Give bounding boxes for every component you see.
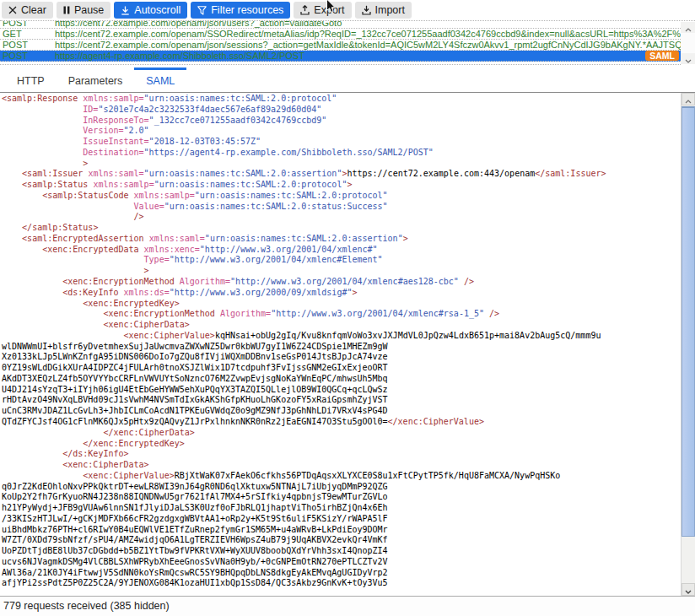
saml-badge: SAML <box>645 51 679 61</box>
xml-line: rHDtAvzO49NvXqLBVHd09cJ1sVwhM4NVSmTdIxGk… <box>2 395 681 406</box>
request-list: POST https://cent72.example.com/openam/j… <box>0 20 695 68</box>
request-rows: POST https://cent72.example.com/openam/j… <box>0 20 681 65</box>
tab-saml[interactable]: SAML <box>134 68 186 92</box>
xml-line: <saml:Issuer xmlns:saml="urn:oasis:names… <box>2 169 681 180</box>
xml-line: <samlp:StatusCode xmlns:samlp="urn:oasis… <box>2 191 681 202</box>
chevron-up-icon <box>685 93 692 107</box>
xml-line: </ds:KeyInfo> <box>2 449 681 460</box>
row-separator <box>0 62 681 65</box>
xml-line: <xenc:CipherData> <box>2 320 681 331</box>
xml-scroll-up-button[interactable] <box>682 93 695 105</box>
import-button-label: Import <box>375 5 405 16</box>
xml-line: Type="http://www.w3.org/2001/04/xmlenc#E… <box>2 255 681 266</box>
xml-line: KoUp2Y2fh7GrKyuoRN4J238n88IQNDNwU5gr7621… <box>2 492 681 503</box>
filter-icon <box>197 6 207 15</box>
pause-icon <box>63 6 70 14</box>
chevron-down-icon <box>685 582 692 597</box>
request-url: https://cent72.example.com/openam/json/u… <box>55 20 681 28</box>
xml-line: /> <box>2 212 681 223</box>
export-icon <box>300 5 310 15</box>
xml-line: IssueInstant="2018-12-03T03:45:57Z" <box>2 137 681 148</box>
xml-line: <xenc:CipherValue>RBjXtWaK07xFAekO6cfkhs… <box>2 471 681 482</box>
xml-line: /33KISzHTJLwI/+gCKjMDFXb66cFR2gzdgxgWBVt… <box>2 514 681 525</box>
saml-response-xml: <samlp:Response xmlns:samlp="urn:oasis:n… <box>0 93 681 596</box>
xml-line: AKdDT3XEQzLZ4fb5OYVYYbcCRFLnVWVUYtSoNznc… <box>2 374 681 385</box>
request-row[interactable]: POST https://agent4-rp.example.com/Shibb… <box>0 51 681 62</box>
request-method: POST <box>0 40 55 50</box>
xml-line: > <box>2 159 681 170</box>
xml-line: Value="urn:oasis:names:tc:SAML:2.0:statu… <box>2 202 681 213</box>
tab-parameters[interactable]: Parameters <box>57 68 135 92</box>
filter-resources-button-label: Filter resources <box>211 5 283 16</box>
request-method: POST <box>0 20 55 28</box>
xml-line: AWl36a/21K0JY4iFtwwjV5SdNN0koYsRmQcswRC5… <box>2 568 681 579</box>
scroll-up-button[interactable] <box>681 22 695 33</box>
xml-line: > <box>2 266 681 277</box>
xml-line: uCnC3RMvJDAZ1LcGvLh3+JhbICLmCoAcdN1TPKEu… <box>2 406 681 417</box>
request-row[interactable]: POST https://cent72.example.com/openam/j… <box>0 20 681 29</box>
request-url: https://agent4-rp.example.com/Shibboleth… <box>55 51 681 61</box>
pause-button[interactable]: Pause <box>57 2 110 19</box>
toolbar: Clear Pause Autoscroll Filter resources … <box>0 0 695 20</box>
clear-button-label: Clear <box>21 5 46 16</box>
tab-label: Parameters <box>68 75 123 87</box>
scroll-down-button[interactable] <box>681 53 695 64</box>
tab-label: HTTP <box>17 75 45 87</box>
xml-line: <xenc:EncryptionMethod Algorithm="http:/… <box>2 277 681 288</box>
xml-line: ID="s201e7c4a2c3232533f4daec567e6af89a29… <box>2 105 681 116</box>
xml-line: <saml:EncryptedAssertion xmlns:saml="urn… <box>2 234 681 245</box>
xml-scroll-thumb[interactable] <box>682 106 695 537</box>
clear-button[interactable]: Clear <box>2 2 53 19</box>
import-button[interactable]: Import <box>355 2 412 19</box>
export-button-label: Export <box>314 5 344 16</box>
autoscroll-button[interactable]: Autoscroll <box>114 2 187 19</box>
tab-http[interactable]: HTTP <box>5 68 57 92</box>
xml-line: UoPZDtTjdBE8lUb37cDGbdd+b5BZ1YtTbw9fVPKR… <box>2 546 681 557</box>
xml-line: Destination="https://agent4-rp.example.c… <box>2 148 681 159</box>
status-bar: 779 requests received (385 hidden) <box>0 596 695 616</box>
request-row[interactable]: POST https://cent72.example.com/openam/j… <box>0 40 681 51</box>
xml-line: 0YZ19sWLdDGikXUrA4IDPZC4jFULArh0tnoXSJZl… <box>2 363 681 374</box>
request-row[interactable]: GET https://cent72.example.com/openam/SS… <box>0 29 681 40</box>
pause-button-label: Pause <box>74 5 104 16</box>
filter-resources-button[interactable]: Filter resources <box>191 2 290 19</box>
tab-bar: HTTP Parameters SAML <box>0 68 695 93</box>
xml-line: </samlp:Status> <box>2 223 681 234</box>
request-url: https://cent72.example.com/openam/SSORed… <box>55 29 681 39</box>
xml-line: uiBhdMbkz76PTH+cl6RIwY0B4uEQWlVE1ETfZuRn… <box>2 525 681 536</box>
export-button[interactable]: Export <box>294 2 351 19</box>
xml-line: wlDNWWmUI+blsfr6yDvetmhexSujJaUwcmvaZWXw… <box>2 342 681 353</box>
autoscroll-icon <box>121 6 130 15</box>
xml-line: <xenc:EncryptedKey> <box>2 299 681 310</box>
xml-line: QTdZFYCJsf4OG1cFlnMK6QJx5pHtx9zQAQvyZ1Jr… <box>2 417 681 428</box>
xml-line: ucvs6NJVagmkDSMg4VlCBBLSXhWPRybXhEeeGnos… <box>2 557 681 568</box>
xml-line: Xz0133kLJp5LWnKZnfgA95iDNS006DoIo7gZQu8f… <box>2 352 681 363</box>
xml-line: U4DJ214sYzqT3+iIYjh06igU4EtEbGeHYWW5ehXu… <box>2 385 681 396</box>
request-url: https://cent72.example.com/openam/json/s… <box>55 40 681 50</box>
tab-label: SAML <box>146 75 175 87</box>
xml-line: <xenc:CipherValue>kqHNsai+obUg2gIq/Kvu8k… <box>2 331 681 342</box>
request-method: GET <box>0 29 55 39</box>
xml-line: <xenc:CipherData> <box>2 460 681 471</box>
xml-line: </xenc:CipherData> <box>2 428 681 439</box>
xml-line: afjYPi2ssPdtZ5P0Z25C2A/9YJENOXG084K1ozaH… <box>2 578 681 589</box>
autoscroll-button-label: Autoscroll <box>134 5 180 16</box>
request-method: POST <box>0 51 55 61</box>
chevron-down-icon <box>685 51 692 67</box>
xml-line: </xenc:EncryptedKey> <box>2 439 681 450</box>
xml-line: h21YPyWydj+JFB9gVUAw6lnnSN1fJlyiDJaLS3K0… <box>2 503 681 514</box>
saml-xml-panel: <samlp:Response xmlns:samlp="urn:oasis:n… <box>0 93 695 596</box>
xml-line: Version="2.0" <box>2 126 681 137</box>
xml-line: <xenc:EncryptionMethod Algorithm="http:/… <box>2 309 681 320</box>
request-list-scrollbar[interactable] <box>681 22 695 64</box>
xml-line: <xenc:EncryptedData xmlns:xenc="http://w… <box>2 245 681 256</box>
xml-line: W7ZT/0XDd79sbNfzf/sPU4/AMZ4widjqO6A1LgTE… <box>2 535 681 546</box>
xml-line: InResponseTo="_132cc7ce071255aadf0342c47… <box>2 116 681 127</box>
xml-scroll-down-button[interactable] <box>682 583 695 596</box>
status-text: 779 requests received (385 hidden) <box>3 600 170 612</box>
xml-scrollbar[interactable] <box>681 93 695 596</box>
import-icon <box>362 5 371 15</box>
clear-icon <box>8 6 17 14</box>
chevron-up-icon <box>685 20 692 35</box>
xml-line: <ds:KeyInfo xmlns:ds="http://www.w3.org/… <box>2 288 681 299</box>
